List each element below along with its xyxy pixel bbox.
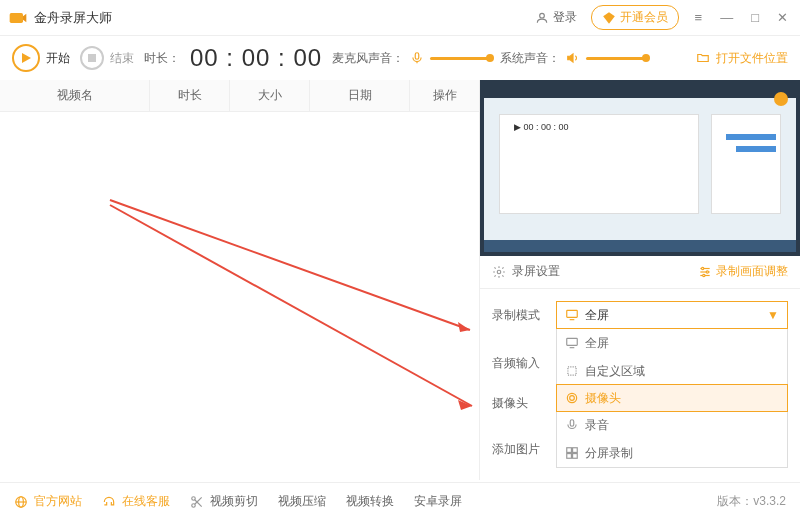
camera-row: 摄像头: [492, 389, 546, 412]
stop-label: 结束: [110, 50, 134, 67]
svg-rect-20: [567, 338, 578, 345]
mic-slider[interactable]: [430, 57, 490, 60]
mic-icon[interactable]: [410, 51, 424, 65]
option-audio[interactable]: 录音: [557, 411, 787, 439]
speaker-icon[interactable]: [566, 51, 580, 65]
preview-area: ▶ 00 : 00 : 00: [480, 80, 800, 256]
settings-header: 录屏设置 录制画面调整: [480, 256, 800, 289]
mic-label: 麦克风声音：: [332, 50, 404, 67]
start-button[interactable]: 开始: [12, 44, 70, 72]
menu-button[interactable]: ≡: [691, 8, 707, 27]
option-split[interactable]: 分屏录制: [557, 439, 787, 467]
col-size: 大小: [230, 80, 310, 111]
svg-point-17: [703, 274, 705, 276]
user-icon: [535, 11, 549, 25]
toolbar: 开始 结束 时长： 00 : 00 : 00 麦克风声音： 系统声音： 打开文件…: [0, 36, 800, 80]
svg-line-9: [110, 205, 472, 406]
svg-point-23: [570, 396, 575, 401]
svg-marker-1: [23, 13, 26, 21]
option-label: 全屏: [585, 335, 609, 352]
svg-rect-0: [10, 13, 23, 23]
annotation-arrows: [0, 80, 480, 450]
option-camera[interactable]: 摄像头: [556, 384, 788, 412]
option-fullscreen[interactable]: 全屏: [557, 329, 787, 357]
svg-marker-8: [458, 322, 470, 332]
svg-point-16: [706, 271, 708, 273]
svg-rect-25: [570, 420, 574, 426]
folder-icon: [696, 51, 710, 65]
gear-icon: [492, 265, 506, 279]
col-operation: 操作: [410, 80, 479, 111]
crop-icon: [565, 364, 579, 378]
system-audio-control: 系统声音：: [500, 50, 646, 67]
app-title: 金舟录屏大师: [34, 9, 112, 27]
start-label: 开始: [46, 50, 70, 67]
trim-link[interactable]: 视频剪切: [190, 493, 258, 510]
camera-icon: [565, 391, 579, 405]
monitor-icon: [565, 336, 579, 350]
mic-icon: [565, 418, 579, 432]
svg-marker-10: [458, 400, 472, 410]
option-label: 摄像头: [585, 390, 621, 407]
stop-icon: [80, 46, 104, 70]
trim-label: 视频剪切: [210, 493, 258, 510]
option-label: 自定义区域: [585, 363, 645, 380]
timer-display: 00 : 00 : 00: [190, 44, 322, 72]
svg-rect-26: [567, 448, 572, 453]
stop-button[interactable]: 结束: [80, 46, 134, 70]
login-label: 登录: [553, 9, 577, 26]
col-name: 视频名: [0, 80, 150, 111]
convert-link[interactable]: 视频转换: [346, 493, 394, 510]
login-button[interactable]: 登录: [527, 5, 585, 30]
camera-label: 摄像头: [492, 389, 546, 412]
svg-point-34: [192, 503, 196, 507]
adjust-button[interactable]: 录制画面调整: [698, 263, 788, 280]
svg-rect-5: [415, 53, 419, 59]
select-value: 全屏: [585, 307, 609, 324]
close-button[interactable]: ✕: [773, 8, 792, 27]
option-custom[interactable]: 自定义区域: [557, 357, 787, 385]
play-icon: [12, 44, 40, 72]
svg-marker-6: [568, 54, 573, 62]
maximize-button[interactable]: □: [747, 8, 763, 27]
mic-control: 麦克风声音：: [332, 50, 490, 67]
duration-label: 时长：: [144, 50, 180, 67]
col-duration: 时长: [150, 80, 230, 111]
headset-icon: [102, 495, 116, 509]
compress-link[interactable]: 视频压缩: [278, 493, 326, 510]
content-area: 视频名 时长 大小 日期 操作 ▶ 00 : 00 : 00: [0, 80, 800, 480]
grid-icon: [565, 446, 579, 460]
svg-point-11: [497, 270, 501, 274]
settings-title: 录屏设置: [492, 263, 560, 280]
svg-rect-28: [567, 454, 572, 459]
chevron-down-icon: ▼: [767, 308, 779, 322]
system-slider[interactable]: [586, 57, 646, 60]
open-folder-label: 打开文件位置: [716, 50, 788, 67]
record-mode-select[interactable]: 全屏 ▼: [556, 301, 788, 329]
record-mode-dropdown: 全屏 自定义区域 摄像头 录音: [556, 328, 788, 468]
minimize-button[interactable]: —: [716, 8, 737, 27]
compress-label: 视频压缩: [278, 493, 326, 510]
option-label: 分屏录制: [585, 445, 633, 462]
convert-label: 视频转换: [346, 493, 394, 510]
support-link[interactable]: 在线客服: [102, 493, 170, 510]
android-link[interactable]: 安卓录屏: [414, 493, 462, 510]
open-folder-button[interactable]: 打开文件位置: [696, 50, 788, 67]
version-text: 版本：v3.3.2: [717, 493, 786, 510]
svg-rect-27: [573, 448, 578, 453]
table-header: 视频名 时长 大小 日期 操作: [0, 80, 479, 112]
option-label: 录音: [585, 417, 609, 434]
svg-point-15: [702, 267, 704, 269]
globe-icon: [14, 495, 28, 509]
website-link[interactable]: 官方网站: [14, 493, 82, 510]
recordings-list: 视频名 时长 大小 日期 操作: [0, 80, 480, 480]
vip-button[interactable]: 开通会员: [591, 5, 679, 30]
svg-rect-22: [568, 367, 576, 375]
vip-label: 开通会员: [620, 9, 668, 26]
scissors-icon: [190, 495, 204, 509]
svg-marker-4: [22, 53, 31, 63]
footer: 官方网站 在线客服 视频剪切 视频压缩 视频转换 安卓录屏 版本：v3.3.2: [0, 482, 800, 520]
svg-rect-18: [567, 310, 578, 317]
svg-marker-3: [603, 12, 615, 24]
audio-input-label: 音频输入: [492, 349, 546, 372]
